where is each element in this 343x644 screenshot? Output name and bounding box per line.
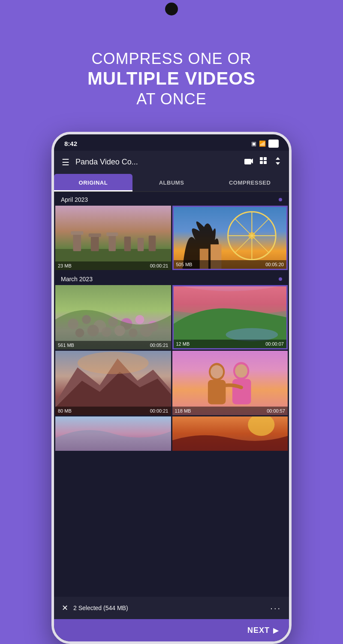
svg-rect-3 <box>264 157 267 160</box>
section-april-dot <box>279 198 282 201</box>
next-arrow-icon: ▶ <box>273 626 279 635</box>
svg-marker-1 <box>251 158 253 164</box>
video-info-flowers: 561 MB 00:05:21 <box>55 341 171 349</box>
svg-point-49 <box>211 365 223 378</box>
video-thumb-mountains[interactable]: 80 MB 00:00:21 <box>55 351 171 415</box>
video-size-friends: 118 MB <box>175 408 191 413</box>
svg-rect-0 <box>244 159 251 164</box>
svg-rect-51 <box>232 379 251 404</box>
video-info-mountains: 80 MB 00:00:21 <box>55 407 171 415</box>
svg-rect-16 <box>124 237 131 251</box>
video-size-flowers: 561 MB <box>58 343 74 348</box>
video-thumb-sunset[interactable] <box>172 416 288 451</box>
next-label: NEXT <box>247 626 270 635</box>
sort-icon[interactable] <box>274 157 281 167</box>
video-size-london: 505 MB <box>176 262 193 267</box>
video-info-highland: 12 MB 00:00:07 <box>174 340 287 348</box>
video-thumb-sky[interactable] <box>55 416 171 451</box>
camera-icon[interactable] <box>244 158 253 167</box>
video-duration-mountains: 00:00:21 <box>150 408 168 413</box>
svg-rect-14 <box>108 235 116 251</box>
svg-point-34 <box>135 315 144 324</box>
svg-rect-4 <box>260 161 263 164</box>
section-march: March 2023 <box>54 271 289 285</box>
section-april: April 2023 <box>54 192 289 206</box>
svg-rect-12 <box>91 236 99 251</box>
selection-count-text: 2 Selected (544 MB) <box>73 605 270 611</box>
phone-frame: 8:42 ▣ 📶 94 ☰ Panda Video Co... <box>51 132 292 644</box>
phone-mockup: 8:42 ▣ 📶 94 ☰ Panda Video Co... <box>47 132 296 644</box>
signal-icon: ▣ <box>251 140 256 147</box>
tabs-bar: ORIGINAL ALBUMS COMPRESSED <box>54 174 289 192</box>
hero-line1: COMPRESS ONE OR <box>87 49 256 68</box>
svg-rect-13 <box>89 233 101 237</box>
tab-compressed[interactable]: COMPRESSED <box>211 174 289 191</box>
video-duration-london: 00:05:20 <box>265 262 284 267</box>
svg-marker-7 <box>276 162 280 165</box>
hero-line2: MULTIPLE VIDEOS <box>87 68 256 89</box>
svg-rect-15 <box>106 232 118 236</box>
video-info-stonehenge: 23 MB 00:00:21 <box>55 261 171 270</box>
svg-rect-5 <box>264 161 267 164</box>
svg-rect-2 <box>260 157 263 160</box>
tab-original[interactable]: ORIGINAL <box>54 174 132 191</box>
svg-rect-46 <box>172 351 288 415</box>
more-options-button[interactable]: ··· <box>270 603 281 613</box>
march-video-grid: 561 MB 00:05:21 <box>54 285 289 452</box>
video-thumb-london[interactable]: 505 MB 00:05:20 <box>172 206 288 270</box>
video-duration-flowers: 00:05:21 <box>150 343 168 348</box>
video-duration-friends: 00:00:57 <box>267 408 285 413</box>
tab-albums[interactable]: ALBUMS <box>132 174 211 191</box>
april-video-grid: 23 MB 00:00:21 <box>54 206 289 271</box>
app-bar: ☰ Panda Video Co... <box>54 151 289 174</box>
battery-icon: 94 <box>268 140 279 148</box>
svg-rect-18 <box>149 236 156 251</box>
next-bar: NEXT ▶ <box>54 619 289 641</box>
video-info-london: 505 MB 00:05:20 <box>174 260 287 269</box>
wifi-icon: 📶 <box>259 140 266 147</box>
video-duration-highland: 00:00:07 <box>265 341 284 346</box>
video-size-stonehenge: 23 MB <box>58 263 72 268</box>
status-bar: 8:42 ▣ 📶 94 <box>54 134 289 151</box>
status-icons: ▣ 📶 94 <box>251 140 279 148</box>
hero-line3: AT ONCE <box>87 90 256 108</box>
svg-marker-6 <box>276 157 280 160</box>
content-area: April 2023 <box>54 192 289 597</box>
video-info-friends: 118 MB 00:00:57 <box>172 407 288 415</box>
next-button[interactable]: NEXT ▶ <box>247 626 279 635</box>
video-thumb-highland[interactable]: 12 MB 00:00:07 <box>172 285 288 349</box>
grid-icon[interactable] <box>260 157 268 167</box>
svg-rect-17 <box>138 238 144 251</box>
app-bar-icons <box>244 157 281 167</box>
section-march-label: March 2023 <box>61 276 93 283</box>
section-march-dot <box>279 277 282 281</box>
svg-point-52 <box>235 364 247 377</box>
svg-rect-10 <box>73 233 81 251</box>
video-thumb-stonehenge[interactable]: 23 MB 00:00:21 <box>55 206 171 270</box>
status-time: 8:42 <box>64 140 77 147</box>
video-size-highland: 12 MB <box>176 341 190 346</box>
video-thumb-friends[interactable]: 118 MB 00:00:57 <box>172 351 288 415</box>
hero-section: COMPRESS ONE OR MULTIPLE VIDEOS AT ONCE <box>87 24 256 121</box>
svg-rect-11 <box>71 231 83 234</box>
video-duration-stonehenge: 00:00:21 <box>150 263 168 268</box>
svg-point-45 <box>78 352 149 374</box>
close-selection-button[interactable]: ✕ <box>62 603 68 613</box>
svg-rect-48 <box>208 380 225 404</box>
menu-icon[interactable]: ☰ <box>62 158 69 167</box>
video-thumb-flowers[interactable]: 561 MB 00:05:21 <box>55 285 171 349</box>
app-title: Panda Video Co... <box>75 158 244 167</box>
section-april-label: April 2023 <box>61 196 88 203</box>
bottom-selection-bar: ✕ 2 Selected (544 MB) ··· <box>54 597 289 619</box>
video-size-mountains: 80 MB <box>58 408 72 413</box>
